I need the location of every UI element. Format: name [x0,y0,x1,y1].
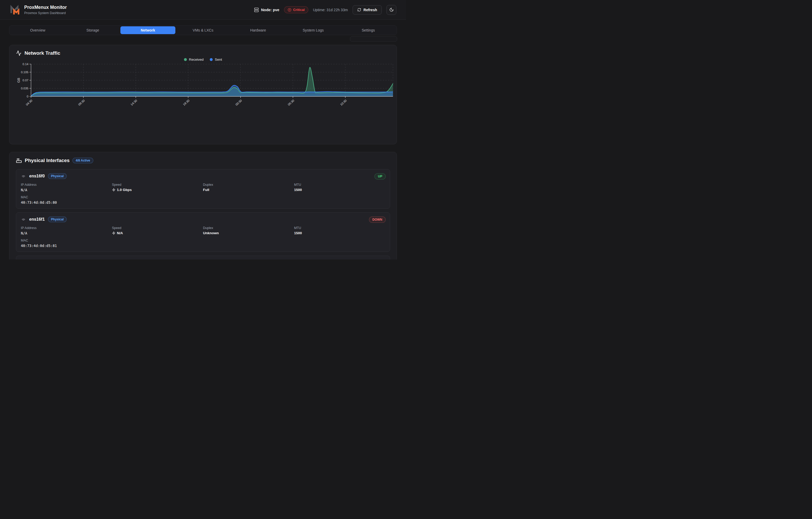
page-title: ProxMenux Monitor [24,5,67,10]
svg-text:10:30: 10:30 [340,99,347,106]
tab-network[interactable]: Network [120,26,175,34]
field-mac: MAC 40:73:4d:0d:d5:81 [21,239,385,248]
field-speed: Speed 1.0 Gbps [112,183,203,192]
network-traffic-chart: 00.0350.070.1050.1404:3009:3014:3019:300… [16,62,396,111]
tab-vms-lxcs[interactable]: VMs & LXCs [175,26,230,34]
interface-status-badge: DOWN [369,217,386,223]
node-label: Node: pve [261,8,279,12]
refresh-button[interactable]: Refresh [353,5,382,15]
activity-icon [16,50,22,56]
tab-storage[interactable]: Storage [65,26,120,34]
node-indicator: Node: pve [254,7,279,12]
status-badge: Critical [284,6,308,13]
svg-text:09:30: 09:30 [78,99,85,106]
chart-legend: Received Sent [16,58,390,61]
svg-text:0.14: 0.14 [23,62,29,66]
router-icon [16,157,22,163]
field-speed: Speed N/A [112,226,203,235]
legend-item-received: Received [184,58,204,61]
partial-element [350,36,397,42]
wifi-icon [21,174,26,179]
uptime-text: Uptime: 31d 22h 33m [313,8,348,12]
svg-text:GB: GB [17,78,21,83]
active-count-badge: 4/8 Active [72,157,93,163]
refresh-icon [357,8,361,12]
field-duplex: Duplex Full [203,183,294,192]
tab-hardware[interactable]: Hardware [231,26,286,34]
field-mac: MAC 40:73:4d:0d:d5:80 [21,195,385,204]
physical-interfaces-panel: Physical Interfaces 4/8 Active ens16f0 P… [9,152,397,260]
svg-text:0.035: 0.035 [21,87,28,90]
svg-text:0: 0 [27,95,28,98]
svg-text:0.07: 0.07 [23,79,28,82]
x-circle-icon [288,8,291,12]
zap-icon [112,231,115,235]
theme-toggle-button[interactable] [386,5,396,15]
app-header: ProxMenux Monitor Proxmox System Dashboa… [0,0,406,20]
moon-icon [389,7,394,12]
field-ip: IP Address N/A [21,226,112,235]
interface-name: ens16f1 [29,217,45,222]
svg-text:00:30: 00:30 [235,99,242,106]
received-dot-icon [184,58,187,61]
proxmenux-logo-icon [10,4,21,16]
field-mtu: MTU 1500 [294,183,385,192]
interface-card-partial [16,256,390,260]
interface-status-badge: UP [374,173,386,179]
tab-system-logs[interactable]: System Logs [286,26,341,34]
main-tab-bar: Overview Storage Network VMs & LXCs Hard… [9,25,397,35]
server-icon [254,7,259,12]
svg-text:04:30: 04:30 [25,99,33,106]
wifi-icon [21,217,26,222]
interface-card-ens16f0: ens16f0 Physical UP IP Address N/A Speed… [16,169,390,209]
svg-text:14:30: 14:30 [130,99,138,106]
svg-text:05:30: 05:30 [287,99,295,106]
page-subtitle: Proxmox System Dashboard [24,11,67,15]
interface-card-ens16f1: ens16f1 Physical DOWN IP Address N/A Spe… [16,212,390,252]
network-traffic-panel: Network Traffic Received Sent 00.0350.07… [9,45,397,144]
interface-type-badge: Physical [48,217,67,222]
zap-icon [112,188,115,192]
svg-text:0.105: 0.105 [21,70,28,74]
interface-name: ens16f0 [29,174,45,178]
section-title: Physical Interfaces [25,157,69,163]
field-ip: IP Address N/A [21,183,112,192]
field-mtu: MTU 1500 [294,226,385,235]
tab-overview[interactable]: Overview [10,26,65,34]
legend-item-sent: Sent [210,58,222,61]
sent-dot-icon [210,58,213,61]
tab-settings[interactable]: Settings [341,26,396,34]
svg-text:19:30: 19:30 [182,99,190,106]
section-title: Network Traffic [25,50,60,56]
field-duplex: Duplex Unknown [203,226,294,235]
interface-type-badge: Physical [48,173,67,179]
